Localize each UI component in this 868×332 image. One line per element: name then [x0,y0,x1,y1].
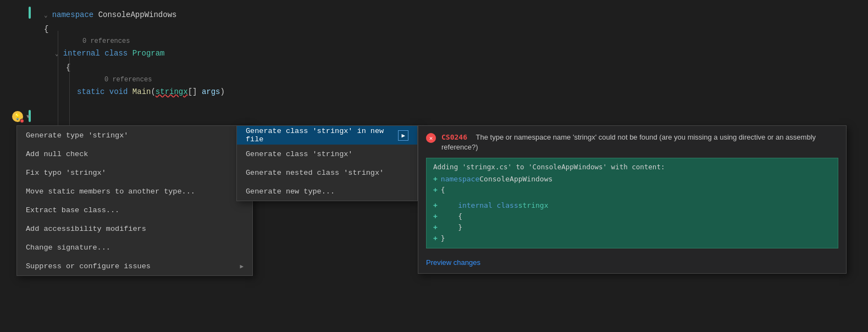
arrow-icon-3: ▶ [240,263,244,270]
preview-header-text: Adding 'stringx.cs' to 'ConsoleAppWindow… [433,163,831,171]
guide-line-2 [69,51,70,127]
green-indicator-1 [29,7,31,19]
context-menu: Generate type 'stringx' ▶ Add null check… [16,125,253,276]
code-line-2: { [0,22,868,36]
ref-label-2: 0 references [0,75,868,85]
sub-menu-item-gen-class-new-file[interactable]: Generate class 'stringx' in new file ▶ [237,126,417,145]
menu-item-extract-base[interactable]: Extract base class... [17,201,252,219]
ref-label-1: 0 references [0,36,868,46]
info-panel: ✕ CS0246 The type or namespace name 'str… [418,125,847,274]
preview-line-6: + } [433,222,831,233]
menu-item-move-static[interactable]: Move static members to another type... [17,182,252,201]
code-line-4: { [0,60,868,75]
error-code: CS0246 [441,133,467,141]
info-header: ✕ CS0246 The type or namespace name 'str… [418,126,846,158]
error-description: CS0246 The type or namespace name 'strin… [441,132,838,152]
guide-line-1 [58,31,58,127]
menu-item-fix-typo[interactable]: Fix typo 'stringx' ▶ [17,163,252,182]
preview-line-7: +} [433,233,831,244]
error-dot [20,119,24,123]
menu-item-change-signature[interactable]: Change signature... [17,238,252,257]
preview-line-3 [433,195,831,200]
quick-action-lightbulb[interactable]: 💡 [12,111,23,122]
code-line-3: ⌄internal class Program [0,46,868,60]
menu-item-generate-type[interactable]: Generate type 'stringx' ▶ [17,126,252,145]
sub-menu-item-gen-nested-class[interactable]: Generate nested class 'stringx' [237,163,417,182]
preview-line-2: +{ [433,184,831,195]
menu-item-add-accessibility[interactable]: Add accessibility modifiers [17,219,252,238]
preview-line-5: + { [433,211,831,222]
sub-arrow-icon-1: ▶ [398,130,408,141]
menu-item-add-null-check[interactable]: Add null check [17,145,252,163]
code-line-5: static void Main(stringx[] args) [0,85,868,99]
sub-menu-item-gen-class[interactable]: Generate class 'stringx' [237,145,417,163]
menu-item-suppress-issues[interactable]: Suppress or configure issues ▶ [17,257,252,275]
code-preview-block: Adding 'stringx.cs' to 'ConsoleAppWindow… [426,158,838,248]
error-message: The type or namespace name 'stringx' cou… [441,133,816,151]
sub-menu: Generate class 'stringx' in new file ▶ G… [236,125,418,201]
lightbulb-dropdown-arrow[interactable]: ▼ [26,114,30,120]
preview-changes-button[interactable]: Preview changes [418,254,846,273]
preview-line-4: + internal class stringx [433,200,831,211]
preview-line-1: +namespace ConsoleAppWindows [433,173,831,184]
sub-menu-item-gen-new-type[interactable]: Generate new type... [237,182,417,201]
code-line-1: ⌄namespace ConsoleAppWindows [0,8,868,22]
error-circle-icon: ✕ [426,133,436,143]
